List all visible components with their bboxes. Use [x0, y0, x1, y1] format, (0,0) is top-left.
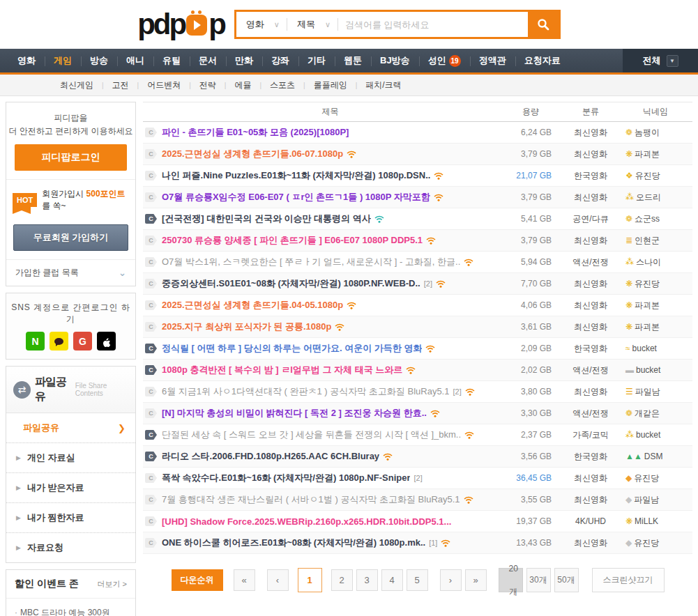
page-button-2[interactable]: 2 — [331, 569, 353, 591]
subnav-item-스포츠[interactable]: 스포츠 — [261, 79, 303, 91]
uploader-nickname[interactable]: ⁂bucket — [619, 430, 692, 440]
next-page-button[interactable]: › — [440, 569, 462, 591]
subnav-item-에뮬[interactable]: 에뮬 — [226, 79, 259, 91]
page-button-3[interactable]: 3 — [356, 569, 378, 591]
uploader-nickname[interactable]: ❋MiLLK — [619, 516, 692, 526]
uploader-nickname[interactable]: ≈bucket — [619, 344, 692, 353]
file-title-link[interactable]: [UHD] Shadow Force.2025.WEBRip.2160p.x26… — [162, 516, 499, 527]
uploader-nickname[interactable]: ▬bucket — [619, 365, 692, 375]
nav-item-애니[interactable]: 애니 — [117, 49, 153, 72]
file-title-link[interactable]: 2025.근면성실 생계형 촌뜨기들.04-05.1080p — [162, 299, 499, 311]
nav-item-강좌[interactable]: 강좌 — [262, 49, 298, 72]
file-title-link[interactable]: 폭싹 속았수다.E01화~16화 (자체자막/완결) 1080p.NF-Snip… — [162, 472, 499, 484]
sidebar-menu-내가-받은자료[interactable]: ▶내가 받은자료 — [6, 473, 135, 503]
file-category[interactable]: 최신영화 — [563, 127, 619, 139]
uploader-nickname[interactable]: ⁂오드리 — [619, 192, 692, 203]
nav-item-BJ방송[interactable]: BJ방송 — [371, 49, 419, 72]
prev-page-button[interactable]: ‹ — [267, 569, 289, 591]
file-category[interactable]: 최신영화 — [563, 235, 619, 247]
uploader-nickname[interactable]: ❁놈팽이 — [619, 127, 692, 139]
search-button[interactable] — [528, 12, 559, 37]
subnav-item-고전[interactable]: 고전 — [104, 79, 137, 91]
subnav-item-최신게임[interactable]: 최신게임 — [52, 79, 102, 91]
subnav-item-전략[interactable]: 전략 — [191, 79, 225, 91]
file-title-link[interactable]: 6월 지금1위 사ㅇ1다액션대작 ( 완판ㅊ1 ) 공식자막 초고화질 BluR… — [162, 385, 499, 398]
sidebar-menu-내가-찜한자료[interactable]: ▶내가 찜한자료 — [6, 503, 135, 533]
nav-item-정액관[interactable]: 정액관 — [470, 49, 515, 72]
nav-item-문서[interactable]: 문서 — [190, 49, 226, 72]
file-title-link[interactable]: O7월 박스1위, 스ㅋ렛요한슨 [ 쭈ㄹㅏ기 얼드, 새로운시작 ] - 고화… — [162, 256, 499, 268]
page-size-button-30개[interactable]: 30개 — [526, 568, 551, 592]
nav-item-영화[interactable]: 영화 — [8, 49, 45, 72]
file-category[interactable]: 한국영화 — [563, 343, 619, 355]
subnav-item-패치/크랙[interactable]: 패치/크랙 — [357, 79, 409, 91]
uploader-nickname[interactable]: ▲▲DSM — [619, 452, 692, 461]
sidebar-menu-개인-자료실[interactable]: ▶개인 자료실 — [6, 443, 135, 473]
file-title-link[interactable]: ONE 하이스쿨 히어로즈.E01화~08화 (자체자막/완결) 1080p.m… — [162, 537, 499, 549]
uploader-nickname[interactable]: ≣인현군 — [619, 235, 692, 247]
nav-item-만화[interactable]: 만화 — [226, 49, 262, 72]
site-logo[interactable]: pdpp — [137, 13, 225, 36]
joined-clubs-toggle[interactable]: 가입한 클럽 목록 ⌄ — [6, 259, 135, 286]
first-page-button[interactable]: « — [234, 569, 255, 591]
file-title-link[interactable]: 2025.근면성실 생계형 촌뜨기들.06-07.1080p — [162, 148, 499, 160]
file-category[interactable]: 최신영화 — [563, 148, 619, 160]
file-category[interactable]: 가족/코믹 — [563, 429, 619, 441]
google-login-icon[interactable]: G — [73, 332, 92, 351]
uploader-nickname[interactable]: ❋유진당 — [619, 278, 692, 290]
search-category-select[interactable]: 영화 ∨ — [236, 18, 287, 31]
join-button[interactable]: 무료회원 가입하기 — [13, 224, 128, 251]
subnav-item-어드벤쳐[interactable]: 어드벤쳐 — [139, 79, 189, 91]
nav-item-유틸[interactable]: 유틸 — [153, 49, 190, 72]
file-title-link[interactable]: O7월 류승룡X임수정 E06-E07 ( ㅍr인 촌뜨ㄱ1들 ) 1080P … — [162, 191, 499, 203]
file-title-link[interactable]: 나인 퍼즐.Nine Puzzles.E01화~11화 (자체자막/완결) 10… — [162, 169, 499, 182]
search-field-select[interactable]: 제목 ∨ — [287, 18, 337, 31]
uploader-nickname[interactable]: ❖유진당 — [619, 170, 692, 182]
nav-item-웹툰[interactable]: 웹툰 — [335, 49, 371, 72]
naver-login-icon[interactable]: N — [26, 332, 45, 351]
file-title-link[interactable]: 7월 흥행대작 생존 재난스릴러 ( 서바ㅇ1벌 ) 공식자막 초고화질 Blu… — [162, 493, 499, 506]
event-more-link[interactable]: 더보기 > — [98, 579, 127, 590]
event-item[interactable]: ·MBC 드라마 예능 300원 — [15, 604, 127, 616]
download-rank-button[interactable]: 다운순위 — [172, 569, 223, 591]
page-size-button-20개[interactable]: 20개 — [499, 568, 523, 592]
uploader-nickname[interactable]: ⁂스나이 — [619, 256, 692, 268]
file-category[interactable]: 최신영화 — [563, 537, 619, 549]
file-title-link[interactable]: [N] 마지막 총성의 비밀이 밝혀진다 [ 독전 2 ] 조진웅 차승원 한효… — [162, 407, 499, 419]
file-category[interactable]: 액션/전쟁 — [563, 408, 619, 419]
uploader-nickname[interactable]: ❁개같은 — [619, 408, 692, 419]
file-title-link[interactable]: 1080p 충격반전 [ 복수의 밤 ] ㄹl얼무법 그 자체 태국 느와르 — [162, 364, 499, 376]
file-category[interactable]: 공연/다큐 — [563, 213, 619, 225]
page-button-4[interactable]: 4 — [381, 569, 403, 591]
uploader-nickname[interactable]: ◆유진당 — [619, 472, 692, 484]
apple-login-icon[interactable] — [97, 332, 116, 351]
uploader-nickname[interactable]: ❋파괴본 — [619, 300, 692, 311]
file-category[interactable]: 4K/UHD — [563, 516, 619, 526]
file-title-link[interactable]: 파인 - 촌뜨기들 E01~05화 모음 (2025)[1080P] — [162, 126, 499, 139]
login-button[interactable]: 피디팝로그인 — [15, 144, 127, 171]
file-category[interactable]: 최신영화 — [563, 300, 619, 311]
nav-item-요청자료[interactable]: 요청자료 — [515, 49, 570, 72]
file-title-link[interactable]: [건국전쟁] 대한민국의 건국와 이승만 대통령의 역사 — [162, 213, 499, 225]
uploader-nickname[interactable]: ☰파일남 — [619, 386, 692, 398]
file-title-link[interactable]: 중증외상센터.S01E01~08화 (자체자막/완결) 1080P.NF.WEB… — [162, 277, 499, 290]
file-category[interactable]: 최신영화 — [563, 386, 619, 398]
sidebar-menu-파일공유[interactable]: 파일공유❯ — [6, 413, 135, 443]
uploader-nickname[interactable]: ❁쇼군ss — [619, 213, 692, 225]
page-size-button-50개[interactable]: 50개 — [554, 568, 579, 592]
file-category[interactable]: 최신영화 — [563, 494, 619, 506]
screenshot-toggle-button[interactable]: 스크린샷끄기 — [592, 568, 665, 592]
file-category[interactable]: 한국영화 — [563, 170, 619, 182]
chevron-down-icon[interactable]: ▼ — [667, 55, 678, 67]
sidebar-menu-자료요청[interactable]: ▶자료요청 — [6, 533, 135, 562]
file-category[interactable]: 한국영화 — [563, 451, 619, 463]
nav-item-방송[interactable]: 방송 — [81, 49, 117, 72]
uploader-nickname[interactable]: ❋파괴본 — [619, 321, 692, 333]
nav-item-성인[interactable]: 성인19 — [419, 49, 470, 72]
file-title-link[interactable]: 2025.지구 최상위 포식자가 된 공룡.1080p — [162, 321, 499, 333]
file-title-link[interactable]: 라디오 스타.2006.FHD.1080p.H265.AAC 6CH.Blura… — [162, 450, 499, 463]
last-page-button[interactable]: » — [465, 569, 487, 591]
nav-item-all[interactable]: 전체 ▼ — [623, 49, 698, 72]
file-category[interactable]: 최신영화 — [563, 192, 619, 203]
file-category[interactable]: 최신영화 — [563, 278, 619, 290]
